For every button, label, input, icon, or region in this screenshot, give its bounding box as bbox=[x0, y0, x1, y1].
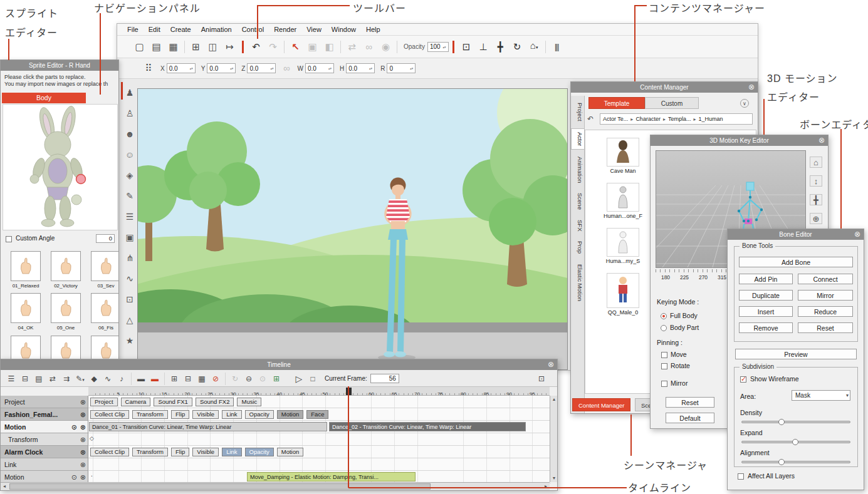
x-field[interactable]: 0.0▴▾ bbox=[167, 63, 196, 73]
close-icon[interactable]: ⊗ bbox=[817, 136, 826, 145]
export-icon[interactable]: ↦ bbox=[221, 40, 238, 54]
face-puppet-icon[interactable]: ☺ bbox=[124, 149, 135, 160]
track-toggle-button[interactable]: Motion bbox=[277, 410, 304, 419]
y-field[interactable]: 0.0▴▾ bbox=[207, 63, 236, 73]
effect-icon[interactable]: ★ bbox=[124, 335, 135, 346]
zoom-out-icon[interactable]: ⊖ bbox=[242, 374, 256, 383]
default-button[interactable]: Default bbox=[666, 413, 714, 423]
track-toggle-button[interactable]: Visible bbox=[192, 448, 219, 456]
track-toggle-button[interactable]: Transform bbox=[132, 448, 168, 456]
mirror-checkbox[interactable] bbox=[661, 381, 667, 387]
redo-icon[interactable]: ↷ bbox=[264, 40, 281, 54]
scrollbar-thumb[interactable] bbox=[9, 483, 431, 490]
select-cursor-icon[interactable]: ↖ bbox=[287, 40, 304, 54]
collapse-track-icon[interactable]: ⊙ bbox=[71, 471, 77, 483]
area-dropdown[interactable]: Mask▾ bbox=[792, 390, 850, 401]
track-toggle-button[interactable]: Visible bbox=[192, 410, 219, 419]
tab-sfx[interactable]: SFX bbox=[571, 217, 584, 234]
add-bone-button[interactable]: Add Bone bbox=[739, 257, 853, 267]
close-track-icon[interactable]: ⊗ bbox=[80, 396, 86, 408]
remove-key-icon[interactable]: ⊟ bbox=[181, 374, 195, 383]
show-wireframe-checkbox[interactable] bbox=[740, 376, 746, 383]
mixer-icon[interactable]: ||| bbox=[548, 40, 565, 54]
track-toggle-button[interactable]: Collect Clip bbox=[90, 448, 129, 456]
track-label[interactable]: Fashion_Femal...⊗ bbox=[1, 408, 88, 421]
track-label[interactable]: Project⊗ bbox=[1, 396, 88, 408]
tab-elastic-motion[interactable]: Elastic Motion bbox=[571, 261, 584, 304]
close-icon[interactable]: ⊗ bbox=[546, 360, 555, 369]
breadcrumb[interactable]: Actor Te...CharacterTempla...1_Human bbox=[600, 113, 753, 125]
track-layers-icon[interactable]: ▤ bbox=[32, 374, 46, 383]
button-clip-red-icon[interactable]: ▬ bbox=[148, 374, 162, 383]
expand-slider-thumb[interactable] bbox=[792, 439, 798, 445]
rotate-label[interactable]: Rotate bbox=[671, 362, 690, 369]
track-toggle-button[interactable]: Link bbox=[222, 448, 241, 456]
close-track-icon[interactable]: ⊗ bbox=[80, 421, 86, 433]
layers-icon[interactable]: ☰ bbox=[124, 211, 135, 222]
render-preview-icon[interactable]: ⊡ bbox=[458, 40, 475, 54]
scroll-right-icon[interactable]: ▸ bbox=[542, 483, 550, 490]
menu-item[interactable]: Create bbox=[165, 26, 196, 33]
scene-icon[interactable]: △ bbox=[124, 314, 135, 326]
content-store-icon[interactable]: ⊞ bbox=[187, 40, 204, 54]
close-track-icon[interactable]: ⊗ bbox=[80, 471, 86, 483]
full-body-radio[interactable] bbox=[661, 313, 667, 319]
sprite-preview-area[interactable] bbox=[3, 104, 118, 230]
track-toggle-button[interactable]: Flip bbox=[171, 448, 189, 456]
track-label[interactable]: Transform⊗ bbox=[1, 433, 88, 446]
custom-angle-field[interactable]: 0 bbox=[96, 234, 115, 243]
connect-button[interactable]: Connect bbox=[798, 274, 853, 284]
track-toggle-button[interactable]: Transform bbox=[132, 410, 168, 419]
zoom-flag-icon[interactable]: ⊙ bbox=[256, 374, 269, 383]
reduce-button[interactable]: Reduce bbox=[798, 306, 853, 317]
audio-wave-icon[interactable]: ∿ bbox=[101, 374, 115, 383]
track-toggle-button[interactable]: Sound FX2 bbox=[196, 398, 234, 406]
density-slider-thumb[interactable] bbox=[778, 419, 785, 425]
vertical-scrollbar[interactable]: ▴ ▾ bbox=[550, 396, 557, 482]
track-content[interactable]: Dance_01 - Transition Curve: Linear, Tim… bbox=[88, 421, 551, 433]
music-icon[interactable]: ♪ bbox=[115, 374, 128, 383]
eye-icon[interactable]: ◉ bbox=[377, 40, 394, 54]
close-track-icon[interactable]: ⊗ bbox=[80, 458, 86, 471]
add-pin-button[interactable]: Add Pin bbox=[739, 274, 793, 284]
track-content[interactable]: Collect ClipTransformFlipVisibleLinkOpac… bbox=[88, 446, 551, 458]
close-track-icon[interactable]: ⊗ bbox=[80, 433, 86, 446]
affect-all-layers-checkbox[interactable] bbox=[738, 473, 744, 480]
sprite-icon[interactable]: ◈ bbox=[124, 170, 135, 181]
track-list-icon[interactable]: ☰ bbox=[4, 374, 18, 383]
track-toggle-button[interactable]: Opacity bbox=[245, 410, 274, 419]
home-view-icon[interactable]: ⌂▾ bbox=[526, 39, 543, 54]
pin-icon[interactable]: ⊥ bbox=[475, 40, 492, 54]
spinner-icon[interactable]: ▴▾ bbox=[443, 46, 446, 48]
add-key-icon[interactable]: ⊞ bbox=[167, 374, 181, 383]
zoom-fit-icon[interactable]: ⊞ bbox=[269, 374, 283, 383]
collapse-track-icon[interactable]: ⊙ bbox=[71, 421, 77, 433]
expand-slider[interactable] bbox=[741, 441, 850, 443]
stage-viewport[interactable] bbox=[137, 88, 568, 370]
horizontal-scrollbar[interactable]: ◂ ▸ bbox=[1, 482, 550, 490]
paste-icon[interactable]: ▣ bbox=[304, 40, 321, 54]
edit-clip-icon[interactable]: ✎▾ bbox=[73, 374, 87, 383]
motion-clip[interactable]: Dance_02 - Transition Curve: Linear, Tim… bbox=[329, 422, 526, 431]
motion-clip[interactable]: Dance_01 - Transition Curve: Linear, Tim… bbox=[89, 422, 327, 431]
track-label[interactable]: Motion⊙⊗ bbox=[1, 421, 88, 433]
reset-button[interactable]: Reset bbox=[666, 397, 714, 408]
track-toggle-button[interactable]: Project bbox=[90, 398, 118, 406]
mirror-button[interactable]: Mirror bbox=[798, 290, 853, 301]
duplicate-button[interactable]: Duplicate bbox=[739, 290, 793, 301]
current-frame-field[interactable]: 56 bbox=[370, 374, 399, 383]
show-wireframe-label[interactable]: Show Wireframe bbox=[750, 375, 799, 383]
camera-view-icon[interactable]: ⊡ bbox=[535, 374, 548, 383]
track-content[interactable]: Collect ClipTransformFlipVisibleLinkOpac… bbox=[88, 408, 551, 421]
track-label[interactable]: Link⊗ bbox=[1, 458, 88, 471]
brush-icon[interactable]: ✎ bbox=[124, 190, 135, 202]
track-toggle-button[interactable]: Face bbox=[306, 410, 328, 419]
track-content[interactable]: ProjectCameraSound FX1Sound FX2Music bbox=[88, 396, 551, 408]
content-manager-tab[interactable]: Content Manager bbox=[572, 398, 630, 411]
hand-thumbnail[interactable] bbox=[11, 251, 41, 281]
scroll-left-icon[interactable]: ◂ bbox=[1, 483, 8, 490]
alignment-slider-thumb[interactable] bbox=[778, 459, 785, 465]
full-body-label[interactable]: Full Body bbox=[670, 312, 698, 319]
menu-item[interactable]: Render bbox=[269, 26, 301, 33]
content-item[interactable]: Cave Man bbox=[595, 138, 651, 174]
